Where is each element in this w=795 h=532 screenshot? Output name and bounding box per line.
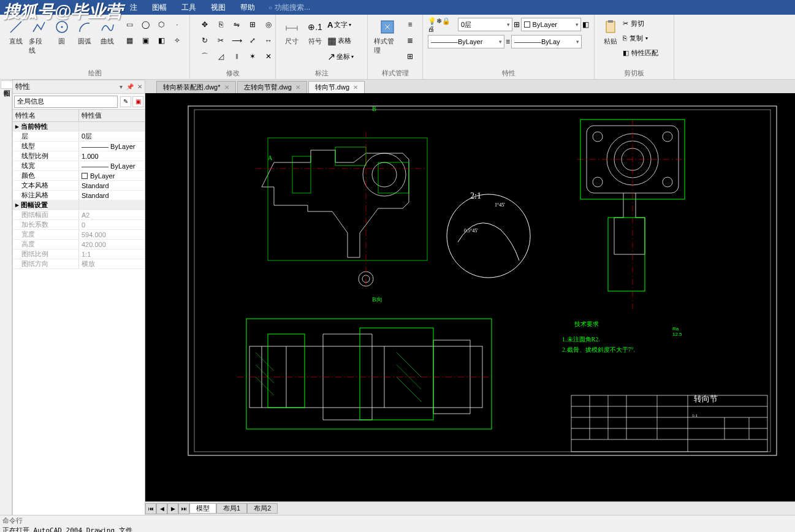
point-icon[interactable]: · — [170, 17, 184, 32]
polyline-button[interactable]: 多段线 — [28, 17, 49, 56]
tab-close-icon[interactable]: ✕ — [353, 84, 358, 91]
prop-value[interactable]: Standard — [79, 181, 145, 190]
document-tab[interactable]: 转向节.dwg✕ — [308, 81, 365, 93]
break-icon[interactable]: ⦀ — [229, 49, 244, 64]
layout-nav-prev[interactable]: ◀ — [156, 503, 167, 514]
erase-icon[interactable]: ✕ — [261, 49, 276, 64]
text-button[interactable]: A文字▾ — [327, 17, 354, 32]
prop-group[interactable]: ▸ 当前特性 — [13, 122, 79, 131]
sel-btn-2[interactable]: ▣ — [132, 96, 143, 107]
extend-icon[interactable]: ⟶ — [229, 33, 244, 48]
chamfer-icon[interactable]: ◿ — [213, 49, 228, 64]
panel-dropdown-icon[interactable]: ▾ — [120, 83, 123, 90]
style-a-icon[interactable]: ≡ — [403, 17, 417, 32]
prop-value[interactable]: ———— ByLayer — [79, 142, 145, 151]
prop-value[interactable]: 0 — [79, 220, 145, 229]
prop-group[interactable]: ▸ 图幅设置 — [13, 200, 79, 210]
paste-button[interactable]: 粘贴 — [599, 17, 622, 59]
dimension-button[interactable]: 尺寸 — [281, 17, 303, 64]
modify-group-label: 修改 — [195, 67, 270, 78]
menu-item-4[interactable]: 帮助 — [233, 2, 262, 13]
draw-small-tools: ▭ ◯ ⬡ · ▦ ▣ ◧ ✧ — [122, 17, 184, 56]
trim-icon[interactable]: ✂ — [213, 33, 228, 48]
menu-item-0[interactable]: 注 — [123, 2, 145, 13]
document-tab[interactable]: 左转向节臂.dwg✕ — [237, 81, 307, 93]
tab-close-icon[interactable]: ✕ — [295, 84, 300, 91]
move-icon[interactable]: ✥ — [197, 17, 212, 32]
cut-button[interactable]: ✂剪切 — [623, 17, 658, 29]
search-box[interactable]: 功能搜索... — [268, 2, 310, 13]
copy-icon[interactable]: ⎘ — [213, 17, 228, 32]
prop-value[interactable]: 0层 — [79, 132, 145, 141]
menu-item-3[interactable]: 视图 — [204, 2, 233, 13]
copy-button[interactable]: ⎘复制▾ — [623, 32, 658, 44]
spline-button[interactable]: 曲线 — [97, 17, 118, 56]
mirror-icon[interactable]: ⇋ — [229, 17, 244, 32]
matchprop-button[interactable]: ◧特性匹配 — [623, 47, 658, 59]
lineweight-dropdown[interactable]: ———— ByLay — [511, 35, 582, 48]
layout-nav-first[interactable]: ⏮ — [145, 503, 156, 514]
properties-panel: 特性 ▾📌✕ 全局信息 ✎ ▣ 特性名 特性值 ▸ 当前特性层0层线型———— … — [12, 80, 145, 532]
layout-nav-next[interactable]: ▶ — [167, 503, 178, 514]
prop-key: 图纸幅面 — [13, 210, 79, 219]
table-button[interactable]: ▦表格 — [327, 33, 354, 48]
stretch-icon[interactable]: ↔ — [261, 33, 276, 48]
explode-icon[interactable]: ✶ — [245, 49, 260, 64]
polygon-icon[interactable]: ⬡ — [154, 17, 169, 32]
color-dropdown[interactable]: ByLayer — [521, 18, 581, 31]
prop-value[interactable]: ByLayer — [79, 171, 145, 180]
hatch-icon[interactable]: ▦ — [122, 33, 137, 48]
arc-button[interactable]: 圆弧 — [74, 17, 95, 56]
layout-tab-1[interactable]: 布局1 — [216, 503, 247, 514]
scale-icon[interactable]: ⤢ — [245, 33, 260, 48]
circle-button[interactable]: 圆 — [51, 17, 72, 56]
layer-tool-icon[interactable]: ⊞ — [514, 20, 520, 29]
style-manager-button[interactable]: 样式管理 — [373, 17, 401, 64]
lt-tool-icon[interactable]: ≡ — [506, 37, 510, 46]
style-c-icon[interactable]: ⊞ — [403, 49, 417, 64]
array-icon[interactable]: ⊞ — [245, 17, 260, 32]
prop-value[interactable]: 1:1 — [79, 249, 145, 259]
tab-close-icon[interactable]: ✕ — [224, 84, 229, 91]
layer-dropdown[interactable]: 0层 — [458, 18, 512, 31]
ribbon-group-style: 样式管理 ≡≣⊞ 样式管理 — [368, 15, 423, 79]
prop-value[interactable]: 594.000 — [79, 230, 145, 239]
layout-tab-model[interactable]: 模型 — [189, 503, 216, 514]
drawing-canvas[interactable]: 2:1 1°45' 0.5°45' A B B向 技术要求 1.未注圆角R2. … — [145, 93, 795, 501]
prop-value[interactable]: Standard — [79, 191, 145, 200]
ribbon-group-clipboard: 粘贴 ✂剪切 ⎘复制▾ ◧特性匹配 剪切板 — [595, 15, 674, 79]
region-icon[interactable]: ▣ — [138, 33, 153, 48]
rotate-icon[interactable]: ↻ — [197, 33, 212, 48]
menu-item-2[interactable]: 工具 — [174, 2, 204, 13]
layout-nav-last[interactable]: ⏭ — [178, 503, 189, 514]
color-tool-icon[interactable]: ◧ — [582, 20, 589, 29]
layer-icons[interactable]: 💡❄🔒🖨 — [428, 17, 457, 32]
prop-value[interactable]: 横放 — [79, 259, 145, 268]
svg-rect-7 — [606, 21, 615, 32]
prop-value[interactable]: 420.000 — [79, 240, 145, 249]
panel-pin-icon[interactable]: 📌 — [126, 83, 134, 90]
vtab-sheet[interactable]: 图幅 — [1, 80, 13, 89]
menu-item-1[interactable]: 图幅 — [145, 2, 174, 13]
coord-button[interactable]: ↗坐标▾ — [327, 49, 354, 64]
prop-value[interactable]: 1.000 — [79, 151, 145, 161]
selection-dropdown[interactable]: 全局信息 — [14, 96, 118, 108]
offset-icon[interactable]: ◎ — [261, 17, 276, 32]
line-button[interactable]: 直线 — [5, 17, 26, 56]
rect-icon[interactable]: ▭ — [122, 17, 137, 32]
prop-key: 图纸方向 — [13, 259, 79, 268]
symbol-button[interactable]: ⊕.1符号 — [304, 17, 326, 64]
fillet-icon[interactable]: ⌒ — [197, 49, 212, 64]
ribbon-group-draw: 直线 多段线 圆 圆弧 曲线 ▭ ◯ ⬡ · ▦ ▣ ◧ ✧ 绘图 — [0, 15, 190, 79]
prop-value[interactable]: ———— ByLayer — [79, 161, 145, 170]
style-b-icon[interactable]: ≣ — [403, 33, 417, 48]
linetype-dropdown[interactable]: ———— ByLayer — [428, 35, 504, 48]
panel-close-icon[interactable]: ✕ — [137, 83, 142, 90]
document-tab[interactable]: 转向桥装配图.dwg*✕ — [156, 81, 236, 93]
ellipse-icon[interactable]: ◯ — [138, 17, 153, 32]
prop-value[interactable]: A2 — [79, 210, 145, 219]
block-icon[interactable]: ◧ — [154, 33, 169, 48]
sel-btn-1[interactable]: ✎ — [120, 96, 131, 107]
misc-icon[interactable]: ✧ — [170, 33, 184, 48]
layout-tab-2[interactable]: 布局2 — [247, 503, 278, 514]
